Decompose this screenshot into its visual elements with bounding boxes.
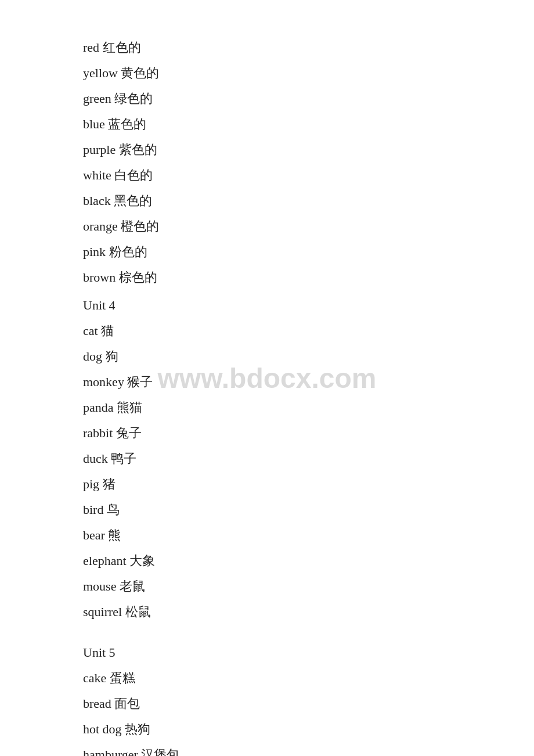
vocab-item: rabbit 兔子 [83, 420, 534, 446]
spacer [83, 625, 534, 638]
vocab-item: red 红色的 [83, 35, 534, 60]
vocab-item: panda 熊猫 [83, 395, 534, 420]
vocab-item: purple 紫色的 [83, 137, 534, 163]
vocab-item: brown 棕色的 [83, 265, 534, 290]
vocab-item: duck 鸭子 [83, 446, 534, 471]
vocab-item: elephant 大象 [83, 548, 534, 574]
vocab-list: red 红色的yellow 黄色的green 绿色的blue 蓝色的purple… [83, 35, 534, 756]
vocab-item: bread 面包 [83, 691, 534, 717]
vocab-item: green 绿色的 [83, 86, 534, 111]
vocab-item: monkey 猴子 [83, 369, 534, 395]
vocab-item: hot dog 热狗 [83, 717, 534, 742]
vocab-item: mouse 老鼠 [83, 574, 534, 599]
vocab-item: squirrel 松鼠 [83, 599, 534, 625]
unit-header: Unit 4 [83, 293, 534, 318]
vocab-item: orange 橙色的 [83, 214, 534, 239]
vocab-item: pig 猪 [83, 471, 534, 497]
vocab-item: bear 熊 [83, 523, 534, 548]
vocab-item: white 白色的 [83, 163, 534, 188]
vocab-item: cat 猫 [83, 318, 534, 344]
vocab-item: hamburger 汉堡包 [83, 742, 534, 756]
unit-header: Unit 5 [83, 640, 534, 665]
vocab-item: pink 粉色的 [83, 239, 534, 265]
vocab-item: dog 狗 [83, 344, 534, 369]
vocab-item: black 黑色的 [83, 188, 534, 214]
vocab-item: yellow 黄色的 [83, 60, 534, 86]
vocab-item: blue 蓝色的 [83, 111, 534, 137]
vocab-item: cake 蛋糕 [83, 665, 534, 691]
vocab-item: bird 鸟 [83, 497, 534, 523]
